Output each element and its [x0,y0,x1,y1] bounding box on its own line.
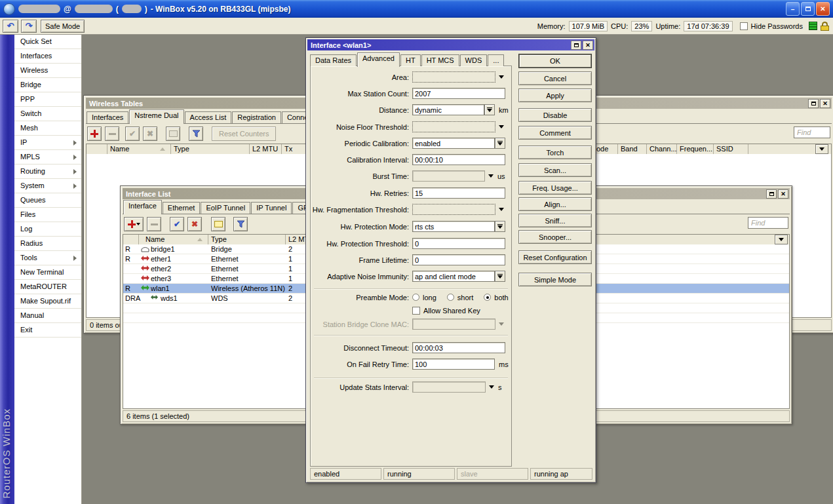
max-station-count-input[interactable] [412,88,505,99]
disconnect-timeout-input[interactable] [412,342,505,353]
cancel-button[interactable]: Cancel [518,71,592,85]
hw-protection-threshold-input[interactable] [412,238,505,249]
tab-access-list[interactable]: Access List [185,111,232,123]
sidebar-item-queues[interactable]: Queues [14,193,81,208]
comment-button[interactable] [211,217,225,231]
sidebar-item-radius[interactable]: Radius [14,237,81,251]
column-type[interactable]: Type [171,144,250,154]
redo-button[interactable]: ↷ [21,20,37,33]
close-button[interactable]: ✕ [778,189,788,199]
tab-ip-tunnel[interactable]: IP Tunnel [251,202,292,214]
extend-button[interactable] [495,271,505,282]
add-button[interactable] [124,217,144,231]
filter-button[interactable] [233,217,248,231]
chevron-down-icon[interactable] [499,208,504,211]
undo-button[interactable]: ↶ [3,20,18,33]
tab-data-rates[interactable]: Data Rates [310,54,357,66]
tab-ht-mcs[interactable]: HT MCS [421,54,459,66]
column-flags[interactable] [123,235,139,244]
align-button[interactable]: Align... [518,197,592,211]
sidebar-item-ppp[interactable]: PPP [14,92,81,107]
close-button[interactable]: ✕ [583,41,593,50]
sidebar-item-bridge[interactable]: Bridge [14,78,81,92]
minimize-button[interactable]: – [786,2,800,16]
sidebar-item-tools[interactable]: Tools [14,251,81,265]
reset-configuration-button[interactable]: Reset Configuration [518,250,592,264]
hw-retries-input[interactable] [412,187,505,199]
disable-button[interactable]: ✖ [143,126,157,141]
sidebar-item-mpls[interactable]: MPLS [14,150,81,165]
radio-both-selected[interactable] [484,294,491,301]
remove-button[interactable] [105,126,119,141]
sidebar-item-exit[interactable]: Exit [14,323,81,338]
close-button[interactable]: ✕ [820,99,830,108]
column-select-button[interactable] [775,235,788,244]
sidebar-item-interfaces[interactable]: Interfaces [14,49,81,64]
chevron-down-icon[interactable] [489,385,494,389]
sidebar-item-ip[interactable]: IP [14,136,81,150]
remove-button[interactable] [147,217,161,231]
chevron-down-icon[interactable] [488,174,494,178]
sniff-button[interactable]: Sniff... [518,214,592,227]
freq-usage-button[interactable]: Freq. Usage... [518,181,592,195]
hw-protection-mode-input[interactable] [412,221,495,232]
allow-shared-key-checkbox[interactable] [412,307,420,315]
snooper-button[interactable]: Snooper... [518,230,592,244]
dialog-titlebar[interactable]: Interface <wlan1> ✕ [307,39,594,50]
comment-button[interactable]: Comment [518,126,592,140]
tab-nstreme-dual[interactable]: Nstreme Dual [129,109,184,124]
noise-floor-combobox[interactable] [412,121,495,132]
filter-button[interactable] [189,126,203,141]
hw-fragmentation-combobox[interactable] [412,204,495,215]
tab-ht[interactable]: HT [400,54,421,66]
column-type[interactable]: Type [208,235,286,244]
tab-eoip-tunnel[interactable]: EoIP Tunnel [201,202,250,214]
column-ssid[interactable]: SSID [714,144,748,154]
scan-button[interactable]: Scan... [518,163,592,177]
extend-button[interactable] [495,138,505,149]
extend-button[interactable] [484,104,495,115]
restore-button[interactable] [808,99,819,108]
apply-button[interactable]: Apply [518,88,592,102]
sidebar-item-make-supout[interactable]: Make Supout.rif [14,294,81,309]
area-combobox[interactable] [412,71,495,83]
column-band[interactable]: Band [618,144,647,154]
on-fail-retry-time-input[interactable] [412,359,495,370]
hide-passwords-checkbox[interactable] [740,22,748,30]
chevron-down-icon[interactable] [499,125,504,128]
sidebar-item-log[interactable]: Log [14,222,81,237]
restore-button[interactable] [571,41,581,50]
column-frequency[interactable]: Frequen... [677,144,714,154]
periodic-calibration-input[interactable] [412,138,495,149]
tab-registration[interactable]: Registration [232,111,281,123]
frame-lifetime-input[interactable] [412,254,505,265]
chevron-down-icon[interactable] [499,75,504,79]
tab-more[interactable]: ... [488,54,504,66]
sidebar-item-routing[interactable]: Routing [14,165,81,179]
tab-advanced[interactable]: Advanced [357,52,400,67]
enable-button[interactable]: ✔ [125,126,140,141]
sidebar-item-system[interactable]: System [14,179,81,193]
add-button[interactable] [87,126,102,141]
sidebar-item-metarouter[interactable]: MetaROUTER [14,280,81,294]
enable-button[interactable]: ✔ [170,217,184,231]
simple-mode-button[interactable]: Simple Mode [518,273,592,286]
sidebar-item-wireless[interactable]: Wireless [14,64,81,78]
ok-button[interactable]: OK [518,54,592,68]
radio-long[interactable] [412,294,419,301]
reset-counters-button[interactable]: Reset Counters [212,126,276,141]
extend-button[interactable] [495,221,505,232]
sidebar-item-new-terminal[interactable]: New Terminal [14,265,81,280]
column-name[interactable]: Name [107,144,171,154]
comment-button[interactable] [166,126,180,141]
column-flags[interactable] [87,144,107,154]
adaptive-noise-immunity-input[interactable] [412,271,495,282]
column-channel[interactable]: Chann... [647,144,677,154]
calibration-interval-input[interactable] [412,154,505,165]
sidebar-item-quick-set[interactable]: Quick Set [14,35,81,49]
tab-ethernet[interactable]: Ethernet [163,202,201,214]
close-button[interactable]: ✕ [816,2,830,16]
disable-button[interactable]: ✖ [187,217,202,231]
sidebar-item-switch[interactable]: Switch [14,107,81,121]
safe-mode-button[interactable]: Safe Mode [41,20,85,33]
